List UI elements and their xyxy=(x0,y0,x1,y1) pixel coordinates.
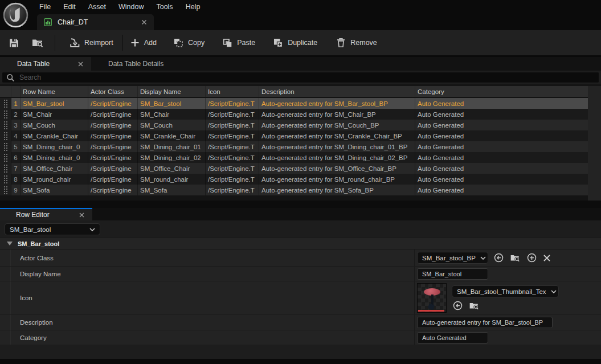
tab-data-table[interactable]: Data Table xyxy=(0,57,91,71)
search-input[interactable] xyxy=(19,73,599,81)
use-selected-asset-icon[interactable] xyxy=(453,301,463,310)
browse-to-asset-icon[interactable] xyxy=(510,253,521,263)
duplicate-row-button[interactable]: Duplicate xyxy=(272,37,317,48)
cell-row-name[interactable]: SM_Chair xyxy=(21,109,88,120)
add-row-button[interactable]: Add xyxy=(130,38,157,48)
cell-description[interactable]: Auto-generated entry for SM_round_chair_… xyxy=(259,174,415,185)
cell-icon[interactable]: /Script/Engine.T xyxy=(206,130,259,141)
cell-icon[interactable]: /Script/Engine.T xyxy=(206,174,259,185)
cell-row-name[interactable]: SM_Dining_chair_0 xyxy=(21,152,88,163)
icon-thumbnail[interactable] xyxy=(417,283,447,313)
actor-class-dropdown[interactable]: SM_Bar_stool_BP xyxy=(417,252,488,264)
copy-row-button[interactable]: Copy xyxy=(173,37,205,48)
save-button[interactable] xyxy=(8,37,20,49)
menu-item-help[interactable]: Help xyxy=(179,0,207,14)
paste-row-button[interactable]: Paste xyxy=(222,37,255,48)
clear-icon[interactable] xyxy=(543,254,551,262)
cell-display-name[interactable]: SM_Chair xyxy=(138,109,206,120)
row-selector-dropdown[interactable]: SM_Bar_stool xyxy=(5,223,100,235)
cell-category[interactable]: Auto Generated xyxy=(415,98,588,109)
search-field[interactable] xyxy=(2,72,599,83)
reimport-button[interactable]: Reimport xyxy=(69,37,113,48)
cell-display-name[interactable]: SM_Couch xyxy=(138,120,206,130)
drag-handle-icon[interactable] xyxy=(0,109,11,120)
description-input[interactable]: Auto-generated entry for SM_Bar_stool_BP xyxy=(417,317,553,328)
column-header-row-name[interactable]: Row Name xyxy=(21,86,88,97)
cell-category[interactable]: Auto Generated xyxy=(415,141,588,152)
cell-row-name[interactable]: SM_Office_Chair xyxy=(21,163,88,174)
cell-row-name[interactable]: SM_Crankle_Chair xyxy=(21,130,88,141)
cell-description[interactable]: Auto-generated entry for SM_Chair_BP xyxy=(259,109,415,120)
cell-icon[interactable]: /Script/Engine.T xyxy=(206,120,259,130)
cell-display-name[interactable]: SM_Dining_chair_01 xyxy=(138,141,206,152)
cell-icon[interactable]: /Script/Engine.T xyxy=(206,185,259,195)
cell-actor-class[interactable]: /Script/Engine xyxy=(88,174,138,185)
cell-row-name[interactable]: SM_Dining_chair_0 xyxy=(21,141,88,152)
cell-display-name[interactable]: SM_Bar_stool xyxy=(138,98,206,109)
table-row-SM_Office_Chair[interactable]: 7SM_Office_Chair/Script/EngineSM_Office_… xyxy=(0,163,588,174)
cell-icon[interactable]: /Script/Engine.T xyxy=(206,109,259,120)
table-row-SM_Chair[interactable]: 2SM_Chair/Script/EngineSM_Chair/Script/E… xyxy=(0,109,588,120)
menu-item-window[interactable]: Window xyxy=(112,0,150,14)
unreal-logo-icon[interactable] xyxy=(2,2,29,28)
menu-item-edit[interactable]: Edit xyxy=(57,0,82,14)
panel-splitter[interactable] xyxy=(0,201,601,208)
cell-display-name[interactable]: SM_Sofa xyxy=(138,185,206,195)
icon-texture-dropdown[interactable]: SM_Bar_stool_Thumbnail_Tex xyxy=(452,285,559,297)
cell-category[interactable]: Auto Generated xyxy=(415,185,588,195)
cell-icon[interactable]: /Script/Engine.T xyxy=(206,98,259,109)
table-row-SM_Dining_chair_0[interactable]: 5SM_Dining_chair_0/Script/EngineSM_Dinin… xyxy=(0,141,588,152)
close-icon[interactable] xyxy=(78,62,83,67)
drag-handle-icon[interactable] xyxy=(0,163,11,174)
cell-actor-class[interactable]: /Script/Engine xyxy=(88,109,138,120)
cell-icon[interactable]: /Script/Engine.T xyxy=(206,141,259,152)
tab-data-table-details[interactable]: Data Table Details xyxy=(91,57,175,71)
category-input[interactable]: Auto Generated xyxy=(417,332,488,343)
cell-icon[interactable]: /Script/Engine.T xyxy=(206,152,259,163)
cell-actor-class[interactable]: /Script/Engine xyxy=(88,141,138,152)
drag-handle-icon[interactable] xyxy=(0,120,11,130)
plus-circle-icon[interactable] xyxy=(527,253,537,263)
cell-category[interactable]: Auto Generated xyxy=(415,152,588,163)
column-header-description[interactable]: Description xyxy=(259,86,415,97)
drag-handle-icon[interactable] xyxy=(0,130,11,141)
cell-display-name[interactable]: SM_Dining_chair_02 xyxy=(138,152,206,163)
table-row-SM_Sofa[interactable]: 9SM_Sofa/Script/EngineSM_Sofa/Script/Eng… xyxy=(0,185,588,195)
cell-display-name[interactable]: SM_round_chair xyxy=(138,174,206,185)
cell-description[interactable]: Auto-generated entry for SM_Office_Chair… xyxy=(259,163,415,174)
drag-handle-icon[interactable] xyxy=(0,174,11,185)
cell-actor-class[interactable]: /Script/Engine xyxy=(88,185,138,195)
cell-icon[interactable]: /Script/Engine.T xyxy=(206,163,259,174)
close-icon[interactable] xyxy=(79,212,84,218)
cell-display-name[interactable]: SM_Crankle_Chair xyxy=(138,130,206,141)
cell-actor-class[interactable]: /Script/Engine xyxy=(88,163,138,174)
cell-category[interactable]: Auto Generated xyxy=(415,130,588,141)
cell-row-name[interactable]: SM_Couch xyxy=(21,120,88,130)
cell-description[interactable]: Auto-generated entry for SM_Sofa_BP xyxy=(259,185,415,195)
cell-description[interactable]: Auto-generated entry for SM_Dining_chair… xyxy=(259,152,415,163)
table-row-SM_Bar_stool[interactable]: 1SM_Bar_stool/Script/EngineSM_Bar_stool/… xyxy=(0,98,588,109)
cell-category[interactable]: Auto Generated xyxy=(415,120,588,130)
cell-row-name[interactable]: SM_round_chair xyxy=(21,174,88,185)
drag-handle-icon[interactable] xyxy=(0,185,11,195)
cell-description[interactable]: Auto-generated entry for SM_Dining_chair… xyxy=(259,141,415,152)
table-row-SM_Crankle_Chair[interactable]: 4SM_Crankle_Chair/Script/EngineSM_Crankl… xyxy=(0,130,588,141)
browse-to-asset-button[interactable] xyxy=(31,37,44,48)
menu-item-file[interactable]: File xyxy=(33,0,57,14)
asset-tab-chair-dt[interactable]: Chair_DT xyxy=(37,14,154,30)
expander-arrow-icon[interactable] xyxy=(7,242,13,246)
column-header-icon[interactable]: Icon xyxy=(206,86,259,97)
cell-category[interactable]: Auto Generated xyxy=(415,109,588,120)
menu-item-asset[interactable]: Asset xyxy=(82,0,112,14)
row-section-header[interactable]: SM_Bar_stool xyxy=(0,238,601,250)
cell-actor-class[interactable]: /Script/Engine xyxy=(88,98,138,109)
table-row-SM_Couch[interactable]: 3SM_Couch/Script/EngineSM_Couch/Script/E… xyxy=(0,120,588,130)
table-row-SM_round_chair[interactable]: 8SM_round_chair/Script/EngineSM_round_ch… xyxy=(0,174,588,185)
cell-description[interactable]: Auto-generated entry for SM_Bar_stool_BP xyxy=(259,98,415,109)
drag-handle-icon[interactable] xyxy=(0,98,11,109)
cell-actor-class[interactable]: /Script/Engine xyxy=(88,152,138,163)
column-header-actor-class[interactable]: Actor Class xyxy=(88,86,138,97)
column-header-category[interactable]: Category xyxy=(415,86,588,97)
menu-item-tools[interactable]: Tools xyxy=(150,0,179,14)
table-row-SM_Dining_chair_0[interactable]: 6SM_Dining_chair_0/Script/EngineSM_Dinin… xyxy=(0,152,588,163)
